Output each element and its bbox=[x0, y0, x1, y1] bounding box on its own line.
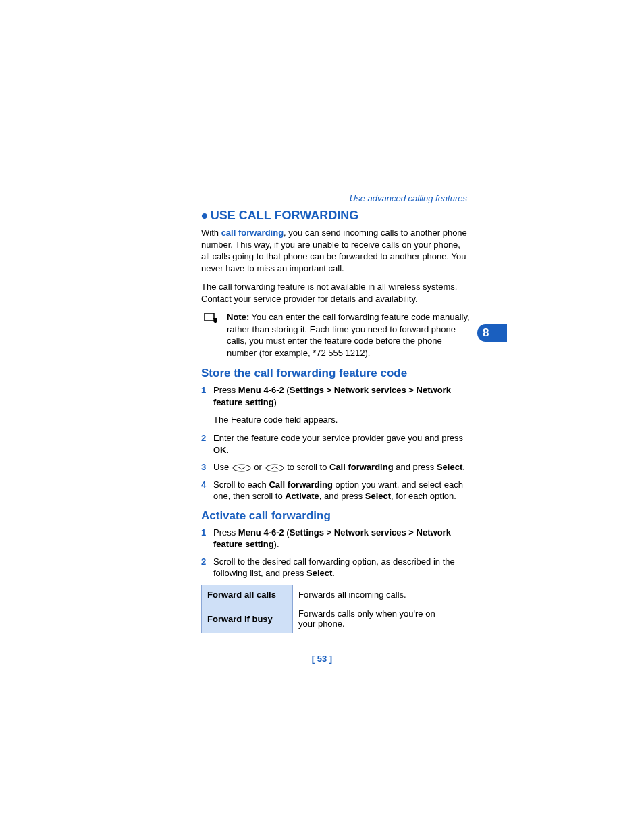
text: Select bbox=[437, 462, 462, 472]
step-body: Use or to scroll to Call forwarding and … bbox=[213, 461, 471, 473]
text: . bbox=[462, 462, 465, 472]
page-content: Use advanced calling features •USE CALL … bbox=[201, 193, 471, 633]
section-title-text: USE CALL FORWARDING bbox=[211, 209, 358, 222]
text: , and press bbox=[319, 491, 365, 501]
svg-rect-0 bbox=[205, 313, 214, 321]
table-row: Forward all calls Forwards all incoming … bbox=[202, 585, 456, 604]
text: Scroll to each bbox=[213, 479, 269, 490]
availability-paragraph: The call forwarding feature is not avail… bbox=[201, 281, 471, 305]
activate-title: Activate call forwarding bbox=[201, 509, 471, 523]
step-number: 1 bbox=[201, 527, 213, 539]
step-body: Enter the feature code your service prov… bbox=[213, 432, 471, 456]
text: and press bbox=[394, 462, 437, 472]
store-step-2: 2 Enter the feature code your service pr… bbox=[201, 432, 471, 456]
forwarding-table: Forward all calls Forwards all incoming … bbox=[201, 585, 456, 633]
note-label: Note: bbox=[227, 312, 249, 322]
note-block: Note: You can enter the call forwarding … bbox=[201, 311, 471, 359]
text: Menu 4-6-2 bbox=[238, 527, 284, 538]
scroll-up-key-icon bbox=[265, 464, 284, 472]
intro-paragraph: With call forwarding, you can send incom… bbox=[201, 227, 471, 274]
activate-step-1: 1 Press Menu 4-6-2 (Settings > Network s… bbox=[201, 527, 471, 550]
step-number: 4 bbox=[201, 479, 213, 491]
table-label: Forward all calls bbox=[202, 585, 293, 604]
activate-step-2: 2 Scroll to the desired call forwarding … bbox=[201, 556, 471, 579]
text: to scroll to bbox=[285, 462, 329, 472]
scroll-down-key-icon bbox=[232, 464, 251, 472]
bullet-icon: • bbox=[201, 205, 208, 226]
store-step-4: 4 Scroll to each Call forwarding option … bbox=[201, 479, 471, 502]
note-icon bbox=[204, 313, 220, 325]
step-body: Press Menu 4-6-2 (Settings > Network ser… bbox=[213, 384, 471, 408]
step-number: 1 bbox=[201, 384, 213, 396]
table-row: Forward if busy Forwards calls only when… bbox=[202, 604, 456, 633]
text: ). bbox=[274, 539, 279, 549]
text: Press bbox=[213, 527, 238, 538]
step-body: Press Menu 4-6-2 (Settings > Network ser… bbox=[213, 527, 471, 550]
text: ( bbox=[284, 527, 290, 538]
svg-point-2 bbox=[266, 465, 284, 471]
text: Menu 4-6-2 bbox=[238, 385, 284, 395]
step-body: Scroll to the desired call forwarding op… bbox=[213, 556, 471, 579]
text: ( bbox=[284, 385, 290, 395]
running-header: Use advanced calling features bbox=[201, 193, 467, 203]
page-number: [ 53 ] bbox=[0, 654, 644, 664]
text: Call forwarding bbox=[269, 479, 333, 490]
chapter-tab: 8 bbox=[477, 324, 507, 342]
note-text: Note: You can enter the call forwarding … bbox=[227, 311, 471, 359]
table-desc: Forwards calls only when you're on your … bbox=[293, 604, 456, 633]
store-title: Store the call forwarding feature code bbox=[201, 367, 471, 380]
text: , for each option. bbox=[391, 491, 456, 501]
table-desc: Forwards all incoming calls. bbox=[293, 585, 456, 604]
table-label: Forward if busy bbox=[202, 604, 293, 633]
text: Enter the feature code your service prov… bbox=[213, 433, 463, 443]
text: With bbox=[201, 228, 221, 238]
text: Select bbox=[365, 491, 391, 501]
text: . bbox=[227, 445, 230, 455]
step-body: Scroll to each Call forwarding option yo… bbox=[213, 479, 471, 502]
text: Press bbox=[213, 385, 238, 395]
store-step-1-sub: The Feature code field appears. bbox=[213, 414, 471, 426]
call-forwarding-link[interactable]: call forwarding bbox=[221, 228, 284, 238]
text: OK bbox=[213, 445, 227, 455]
step-number: 2 bbox=[201, 556, 213, 568]
svg-point-1 bbox=[233, 465, 250, 471]
text: . bbox=[332, 568, 335, 578]
step-number: 3 bbox=[201, 461, 213, 473]
note-body: You can enter the call forwarding featur… bbox=[227, 312, 470, 358]
section-title: •USE CALL FORWARDING bbox=[201, 209, 471, 223]
store-step-1: 1 Press Menu 4-6-2 (Settings > Network s… bbox=[201, 384, 471, 408]
text: Activate bbox=[285, 491, 319, 501]
text: Select bbox=[306, 568, 332, 578]
text: ) bbox=[274, 397, 277, 407]
step-number: 2 bbox=[201, 432, 213, 444]
text: Call forwarding bbox=[329, 462, 394, 472]
text: or bbox=[252, 462, 265, 472]
store-step-3: 3 Use or to scroll to Call forwarding an… bbox=[201, 461, 471, 473]
text: Use bbox=[213, 462, 232, 472]
